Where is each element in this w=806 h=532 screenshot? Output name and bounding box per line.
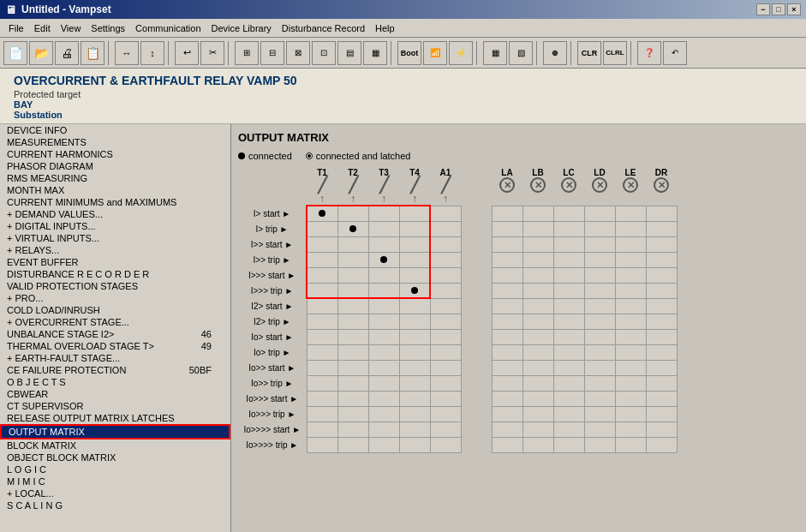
cell-1-5[interactable] xyxy=(461,221,492,236)
cell-9-8[interactable] xyxy=(553,344,584,360)
sidebar-item-30[interactable]: + LOCAL... xyxy=(0,487,230,499)
toolbar-btn12[interactable]: ⊡ xyxy=(312,41,336,65)
cell-7-0[interactable] xyxy=(307,314,337,329)
cell-9-10[interactable] xyxy=(615,344,646,360)
cell-1-7[interactable] xyxy=(522,221,553,236)
toolbar-btn17[interactable]: ⚡ xyxy=(449,41,473,65)
cell-0-0[interactable] xyxy=(307,206,337,221)
cell-15-4[interactable] xyxy=(430,437,461,452)
cell-8-0[interactable] xyxy=(307,329,337,344)
cell-1-0[interactable] xyxy=(307,221,337,236)
sidebar-item-20[interactable]: CE FAILURE PROTECTION50BF xyxy=(0,364,230,376)
cell-5-2[interactable] xyxy=(368,283,399,298)
cell-3-11[interactable] xyxy=(646,252,677,267)
cell-1-2[interactable] xyxy=(368,221,399,236)
cell-0-7[interactable] xyxy=(522,206,553,221)
cell-11-8[interactable] xyxy=(553,375,584,391)
cell-2-4[interactable] xyxy=(430,236,461,252)
cell-14-3[interactable] xyxy=(399,421,430,437)
cell-9-3[interactable] xyxy=(399,344,430,360)
cell-2-11[interactable] xyxy=(646,236,677,252)
cell-10-8[interactable] xyxy=(553,360,584,375)
cell-12-7[interactable] xyxy=(522,391,553,406)
cell-14-10[interactable] xyxy=(615,421,646,437)
menu-item-view[interactable]: View xyxy=(56,21,87,35)
cell-11-10[interactable] xyxy=(615,375,646,391)
cell-8-5[interactable] xyxy=(461,329,492,344)
cell-8-6[interactable] xyxy=(492,329,522,344)
cell-3-1[interactable] xyxy=(337,252,368,267)
cell-7-7[interactable] xyxy=(522,314,553,329)
cell-15-11[interactable] xyxy=(646,437,677,452)
sidebar-item-0[interactable]: DEVICE INFO xyxy=(0,124,230,136)
cell-1-11[interactable] xyxy=(646,221,677,236)
cell-7-4[interactable] xyxy=(430,314,461,329)
cell-13-11[interactable] xyxy=(646,406,677,421)
cell-11-0[interactable] xyxy=(307,375,337,391)
cell-6-4[interactable] xyxy=(430,298,461,314)
cell-4-1[interactable] xyxy=(337,267,368,283)
menu-item-communication[interactable]: Communication xyxy=(130,21,206,35)
toolbar-cut[interactable]: ✂ xyxy=(200,41,224,65)
cell-11-9[interactable] xyxy=(584,375,615,391)
cell-13-9[interactable] xyxy=(584,406,615,421)
cell-2-6[interactable] xyxy=(492,236,522,252)
cell-13-10[interactable] xyxy=(615,406,646,421)
cell-2-8[interactable] xyxy=(553,236,584,252)
cell-1-4[interactable] xyxy=(430,221,461,236)
cell-8-8[interactable] xyxy=(553,329,584,344)
cell-10-2[interactable] xyxy=(368,360,399,375)
toolbar-grid[interactable]: ▦ xyxy=(483,41,507,65)
cell-3-0[interactable] xyxy=(307,252,337,267)
cell-8-3[interactable] xyxy=(399,329,430,344)
cell-14-5[interactable] xyxy=(461,421,492,437)
cell-4-7[interactable] xyxy=(522,267,553,283)
sidebar-item-28[interactable]: L O G I C xyxy=(0,463,230,475)
sidebar-item-3[interactable]: PHASOR DIAGRAM xyxy=(0,160,230,172)
cell-10-4[interactable] xyxy=(430,360,461,375)
cell-13-4[interactable] xyxy=(430,406,461,421)
sidebar-item-22[interactable]: CBWEAR xyxy=(0,388,230,400)
cell-3-8[interactable] xyxy=(553,252,584,267)
cell-3-9[interactable] xyxy=(584,252,615,267)
sidebar-item-18[interactable]: THERMAL OVERLOAD STAGE T>49 xyxy=(0,340,230,352)
cell-8-11[interactable] xyxy=(646,329,677,344)
cell-1-6[interactable] xyxy=(492,221,522,236)
toolbar-btn14[interactable]: ▦ xyxy=(363,41,387,65)
cell-3-5[interactable] xyxy=(461,252,492,267)
cell-1-9[interactable] xyxy=(584,221,615,236)
sidebar-item-29[interactable]: M I M I C xyxy=(0,475,230,487)
cell-8-4[interactable] xyxy=(430,329,461,344)
cell-4-8[interactable] xyxy=(553,267,584,283)
menu-item-device-library[interactable]: Device Library xyxy=(206,21,277,35)
cell-5-11[interactable] xyxy=(646,283,677,298)
cell-8-7[interactable] xyxy=(522,329,553,344)
cell-7-11[interactable] xyxy=(646,314,677,329)
toolbar-help[interactable]: ❓ xyxy=(637,41,661,65)
cell-2-2[interactable] xyxy=(368,236,399,252)
cell-12-10[interactable] xyxy=(615,391,646,406)
cell-11-1[interactable] xyxy=(337,375,368,391)
toolbar-btn11[interactable]: ⊠ xyxy=(286,41,310,65)
cell-3-4[interactable] xyxy=(430,252,461,267)
sidebar-item-10[interactable]: + RELAYS... xyxy=(0,244,230,256)
cell-5-8[interactable] xyxy=(553,283,584,298)
cell-5-5[interactable] xyxy=(461,283,492,298)
cell-12-5[interactable] xyxy=(461,391,492,406)
cell-0-11[interactable] xyxy=(646,206,677,221)
cell-5-0[interactable] xyxy=(307,283,337,298)
toolbar-preview[interactable]: 📋 xyxy=(81,41,104,65)
cell-11-2[interactable] xyxy=(368,375,399,391)
cell-11-11[interactable] xyxy=(646,375,677,391)
cell-4-0[interactable] xyxy=(307,267,337,283)
menu-item-disturbance-record[interactable]: Disturbance Record xyxy=(277,21,370,35)
cell-9-5[interactable] xyxy=(461,344,492,360)
cell-9-2[interactable] xyxy=(368,344,399,360)
cell-2-3[interactable] xyxy=(399,236,430,252)
cell-11-7[interactable] xyxy=(522,375,553,391)
cell-5-3[interactable] xyxy=(399,283,430,298)
sidebar-item-6[interactable]: CURRENT MINIMUMS and MAXIMUMS xyxy=(0,196,230,208)
cell-10-5[interactable] xyxy=(461,360,492,375)
cell-0-4[interactable] xyxy=(430,206,461,221)
cell-4-11[interactable] xyxy=(646,267,677,283)
